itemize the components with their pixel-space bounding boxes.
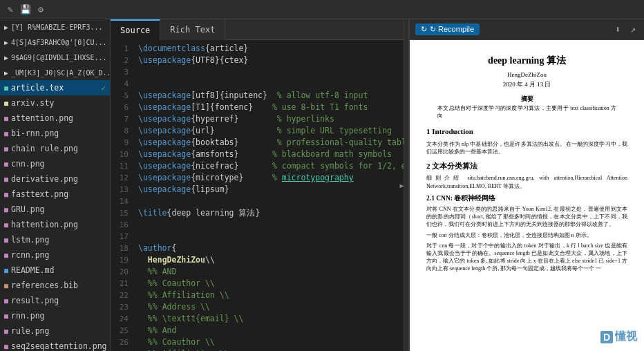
- png-file-icon: ■: [4, 176, 8, 183]
- code-editor[interactable]: 1 2 3 4 5 6 7 8 9 10 11 12 13 14 15 16 1…: [111, 40, 404, 351]
- png-file-icon: ■: [4, 343, 8, 350]
- code-line: %% Affiliation \\: [138, 348, 398, 351]
- pdf-page: deep learning 算法 HengDeZhiZou 2020 年 4 月…: [426, 54, 627, 272]
- png-file-icon: ■: [4, 145, 8, 153]
- code-line: \usepackage{microtype} % microtypography: [138, 172, 398, 184]
- sidebar-item-folder3[interactable]: ▶ 9$AG9[C@IDVDLI_IHXSE...: [0, 50, 110, 65]
- sidebar-item-bi-rnn-png[interactable]: ■ bi-rnn.png: [0, 126, 110, 141]
- tex-file-icon: ■: [4, 84, 8, 92]
- code-line: %% Affiliation \\: [138, 290, 398, 301]
- code-line: \title{deep learning 算法}: [138, 207, 398, 219]
- code-line: [138, 219, 398, 231]
- recompile-icon: ↻: [421, 25, 427, 34]
- pdf-subsection-2-1: 2.1 CNN: 卷积神经网络: [426, 194, 627, 203]
- sidebar-item-label: lstm.png: [11, 235, 49, 245]
- sidebar-item-rule-png[interactable]: ■ rule.png: [0, 323, 110, 339]
- code-line: \usepackage{url} % simple URL typesettin…: [138, 125, 398, 137]
- bib-file-icon: ■: [4, 282, 8, 290]
- sidebar-item-hattention-png[interactable]: ■ hattention.png: [0, 217, 110, 232]
- pdf-date: 2020 年 4 月 13 日: [426, 80, 627, 89]
- sidebar-item-label: cnn.png: [11, 159, 44, 169]
- sidebar-item-label: GRU.png: [11, 205, 44, 214]
- code-line: [138, 66, 398, 78]
- sidebar-item-label: result.png: [11, 296, 59, 305]
- sidebar-item-folder2[interactable]: ▶ 4[S]A$F3RAHC0@'[0]CU...: [0, 35, 110, 50]
- pdf-title: deep learning 算法: [426, 54, 627, 68]
- sidebar-item-attention-png[interactable]: ■ attention.png: [0, 111, 110, 126]
- pdf-section-2: 2 文本分类算法: [426, 161, 627, 171]
- sidebar-item-label: hattention.png: [11, 220, 78, 229]
- code-line: \documentclass{article}: [138, 43, 398, 55]
- sidebar-item-gru-png[interactable]: ■ GRU.png: [0, 202, 110, 217]
- png-file-icon: ■: [4, 206, 8, 214]
- folder-icon: ▶: [4, 54, 8, 61]
- sidebar-item-fasttext-png[interactable]: ■ fasttext.png: [0, 187, 110, 202]
- sidebar-item-result-png[interactable]: ■ result.png: [0, 293, 110, 308]
- png-file-icon: ■: [4, 221, 8, 229]
- code-line: %% AND: [138, 266, 398, 278]
- sidebar-item-arxiv-sty[interactable]: ■ arxiv.sty: [0, 95, 110, 111]
- png-file-icon: ■: [4, 160, 8, 168]
- sidebar-item-seq2seq-png[interactable]: ■ seq2seqattention.png: [0, 339, 110, 351]
- code-line: \usepackage{booktabs} % professional-qua…: [138, 137, 398, 149]
- code-line: [138, 78, 398, 90]
- md-file-icon: ■: [4, 267, 8, 274]
- tab-rich-text[interactable]: Rich Text: [160, 19, 225, 40]
- pdf-body-2-1: 对将 CNN 在文本分类的的思路来自于 Yoon Kim12, 在最初之处，普遍…: [426, 205, 627, 273]
- sidebar-item-label: _UM[K3]_J0|SC|A_Z(OK_D...: [11, 69, 110, 77]
- settings-icon[interactable]: ⚙: [35, 3, 47, 16]
- preview-download-icon[interactable]: ⬇: [612, 23, 623, 36]
- folder-icon: ▶: [4, 23, 8, 31]
- code-line: %% Coauthor \\: [138, 278, 398, 290]
- watermark-label: 懂视: [615, 330, 637, 344]
- sidebar-item-references-bib[interactable]: ■ references.bib: [0, 278, 110, 293]
- sidebar-item-label: rnn.png: [11, 311, 44, 321]
- sidebar-item-lstm-png[interactable]: ■ lstm.png: [0, 232, 110, 247]
- sidebar-item-folder1[interactable]: ▶ [Y] R%MGABZLE-EPRF3...: [0, 19, 110, 35]
- png-file-icon: ■: [4, 191, 8, 198]
- pdf-body-2: 细则介绍 situ.batchend.run.cnn.eng.gru, with…: [426, 174, 627, 189]
- sidebar-item-label: arxiv.sty: [11, 98, 54, 108]
- pdf-section-1: 1 Introduction: [426, 126, 627, 137]
- code-line: \usepackage[T1]{fontenc} % use 8-bit T1 …: [138, 102, 398, 113]
- code-line: \usepackage{UTF8}{ctex}: [138, 55, 398, 66]
- sidebar-item-rnn-png[interactable]: ■ rnn.png: [0, 308, 110, 323]
- recompile-button[interactable]: ↻ ↻ Recompile: [415, 23, 480, 35]
- preview-panel: ↻ ↻ Recompile ⬇ ↗ deep learning 算法 HengD…: [409, 19, 644, 351]
- sidebar-item-readme-md[interactable]: ■ README.md: [0, 263, 110, 278]
- sty-file-icon: ■: [4, 99, 8, 107]
- preview-share-icon[interactable]: ↗: [627, 23, 638, 36]
- code-content[interactable]: \documentclass{article} \usepackage{UTF8…: [133, 40, 404, 351]
- panel-divider[interactable]: ◀ ▶: [404, 19, 409, 351]
- code-line: \usepackage[utf8]{inputenc} % allow utf-…: [138, 90, 398, 102]
- editor-tabs: Source Rich Text: [111, 19, 404, 40]
- pdf-abstract-label: 摘要: [426, 95, 627, 104]
- png-file-icon: ■: [4, 115, 8, 122]
- pdf-author: HengDeZhiZou: [426, 70, 627, 79]
- sidebar-item-label: README.md: [11, 265, 54, 275]
- sidebar-item-label: references.bib: [11, 281, 78, 290]
- sidebar-item-label: bi-rnn.png: [11, 129, 59, 138]
- sidebar-item-label: fasttext.png: [11, 189, 68, 199]
- code-line: [138, 231, 398, 243]
- save-icon[interactable]: 💾: [19, 3, 32, 16]
- watermark: D 懂视: [600, 330, 637, 344]
- preview-toolbar: ↻ ↻ Recompile ⬇ ↗: [410, 19, 644, 40]
- folder-icon: ▶: [4, 39, 8, 46]
- png-file-icon: ■: [4, 130, 8, 137]
- preview-content[interactable]: deep learning 算法 HengDeZhiZou 2020 年 4 月…: [410, 40, 644, 351]
- sidebar-item-article-tex[interactable]: ■ article.tex ✓: [0, 80, 110, 95]
- pdf-body-1: 文本分类作为 nlp 中基础部分，也是许多算法的出发点。在一般的深度学习中，我们…: [426, 140, 627, 155]
- sidebar: ▶ [Y] R%MGABZLE-EPRF3... ▶ 4[S]A$F3RAHC0…: [0, 19, 111, 351]
- code-line: %% \texttt{email} \\: [138, 313, 398, 325]
- sidebar-item-chain-rule-png[interactable]: ■ chain rule.png: [0, 141, 110, 156]
- code-line: %% Address \\: [138, 301, 398, 313]
- tab-source[interactable]: Source: [111, 19, 160, 40]
- sidebar-item-derivative-png[interactable]: ■ derivative.png: [0, 171, 110, 187]
- pencil-icon[interactable]: ✎: [4, 3, 17, 16]
- sidebar-item-folder4[interactable]: ▶ _UM[K3]_J0|SC|A_Z(OK_D...: [0, 65, 110, 80]
- sidebar-item-cnn-png[interactable]: ■ cnn.png: [0, 156, 110, 171]
- sidebar-item-label: [Y] R%MGABZLE-EPRF3...: [11, 23, 102, 31]
- png-file-icon: ■: [4, 312, 8, 320]
- sidebar-item-rcnn-png[interactable]: ■ rcnn.png: [0, 247, 110, 263]
